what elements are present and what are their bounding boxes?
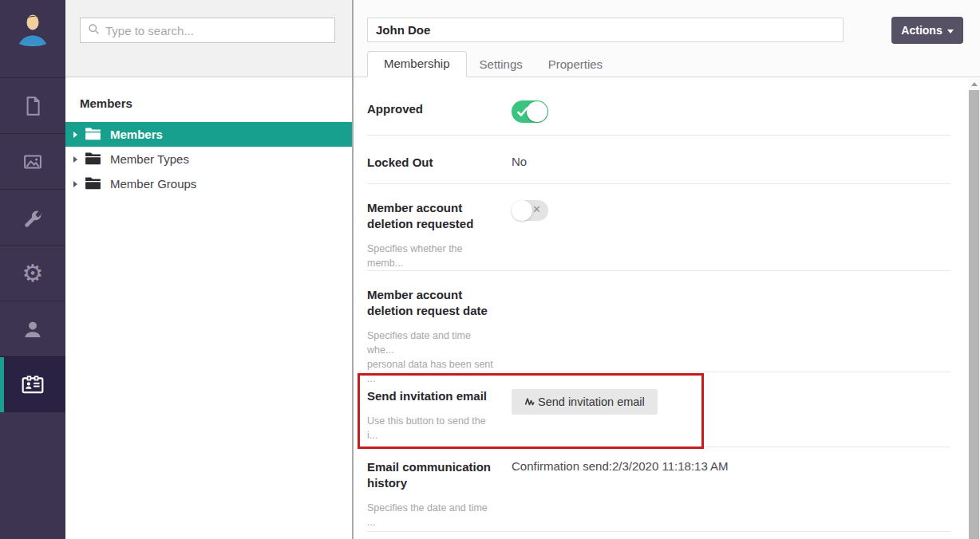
send-invitation-email-button[interactable]: Send invitation email xyxy=(512,389,658,415)
property-label: Send invitation email xyxy=(367,388,496,404)
tab-membership[interactable]: Membership xyxy=(367,51,467,77)
triangle-up-icon xyxy=(971,82,978,86)
sidebar-item-members[interactable] xyxy=(0,356,65,412)
user-icon xyxy=(22,318,44,340)
chevron-right-icon[interactable] xyxy=(73,181,77,187)
tree-item-label: Members xyxy=(110,128,163,141)
scroll-up-button[interactable] xyxy=(968,78,980,89)
tab-properties[interactable]: Properties xyxy=(535,53,615,77)
email-history-value: Confirmation send:2/3/2020 11:18:13 AM xyxy=(512,459,950,473)
sidebar-item-media[interactable] xyxy=(0,133,65,189)
app-sidebar: ⚙ xyxy=(0,0,65,539)
search-icon xyxy=(88,23,100,38)
locked-out-value: No xyxy=(512,155,950,168)
approved-toggle[interactable] xyxy=(512,100,548,123)
pulse-icon xyxy=(524,395,536,409)
x-icon: ✕ xyxy=(532,203,541,215)
tree-item-label: Member Types xyxy=(110,152,189,166)
document-icon xyxy=(22,95,44,117)
chevron-right-icon[interactable] xyxy=(73,156,77,163)
folder-icon xyxy=(85,127,101,143)
property-description: Use this button to send the i... xyxy=(367,414,496,443)
property-row-email-history: Email communication history Specifies th… xyxy=(367,447,950,532)
property-description: Specifies whether the memb... xyxy=(367,242,496,270)
property-row-approved: Approved xyxy=(367,77,950,136)
search-box[interactable] xyxy=(80,18,335,43)
deletion-requested-toggle[interactable]: ✕ xyxy=(512,200,548,221)
editor-panel: Actions Membership Settings Properties A… xyxy=(354,0,980,539)
chevron-right-icon[interactable] xyxy=(73,132,77,138)
user-avatar[interactable] xyxy=(0,0,65,77)
folder-icon xyxy=(85,151,101,167)
toggle-knob xyxy=(527,101,547,122)
wrench-icon xyxy=(22,207,44,229)
property-label: Email communication history xyxy=(367,459,496,491)
member-name-input[interactable] xyxy=(367,18,844,42)
chevron-down-icon xyxy=(947,30,954,33)
actions-button-label: Actions xyxy=(901,24,942,37)
property-row-deletion-request-date: Member account deletion request date Spe… xyxy=(367,271,950,372)
gear-icon: ⚙ xyxy=(22,262,44,285)
sidebar-item-settings[interactable]: ⚙ xyxy=(0,245,65,301)
scrollbar-thumb[interactable] xyxy=(969,90,979,539)
description-line: personal data has been sent ... xyxy=(367,357,496,386)
sidebar-item-content[interactable] xyxy=(0,77,65,133)
property-row-deletion-requested: Member account deletion requested Specif… xyxy=(367,184,950,271)
tree-item-member-groups[interactable]: Member Groups xyxy=(65,171,352,196)
sidebar-item-packages[interactable] xyxy=(0,189,65,245)
search-input[interactable] xyxy=(105,24,327,37)
property-label: Member account deletion request date xyxy=(367,287,496,319)
sidebar-item-users[interactable] xyxy=(0,301,65,356)
id-card-icon xyxy=(21,374,45,396)
vertical-scrollbar[interactable] xyxy=(968,78,980,539)
description-line: Specifies date and time whe... xyxy=(367,329,496,357)
property-label: Locked Out xyxy=(367,155,496,171)
property-description: Specifies the date and time ... xyxy=(367,501,496,529)
image-icon xyxy=(22,151,44,173)
toggle-knob xyxy=(512,200,532,221)
property-description: Specifies date and time whe... personal … xyxy=(367,329,496,386)
property-label: Approved xyxy=(367,101,496,117)
tree-items: Members Member Types Member Groups xyxy=(65,122,352,196)
tree-panel: Members Members Member Types xyxy=(65,0,354,539)
tab-settings[interactable]: Settings xyxy=(467,53,535,77)
tree-item-members[interactable]: Members xyxy=(65,122,352,147)
property-label: Member account deletion requested xyxy=(367,200,496,232)
editor-header: Actions Membership Settings Properties xyxy=(354,0,980,77)
actions-button[interactable]: Actions xyxy=(891,17,963,44)
avatar-illustration xyxy=(16,10,49,47)
property-row-locked-out: Locked Out No xyxy=(367,136,950,184)
editor-tabs: Membership Settings Properties xyxy=(367,51,615,77)
tree-item-member-types[interactable]: Member Types xyxy=(65,147,352,171)
tree-section-header: Members xyxy=(80,96,352,110)
send-invitation-email-button-label: Send invitation email xyxy=(538,395,645,408)
tree-item-label: Member Groups xyxy=(110,177,196,191)
search-area xyxy=(65,0,352,77)
folder-icon xyxy=(85,176,101,192)
